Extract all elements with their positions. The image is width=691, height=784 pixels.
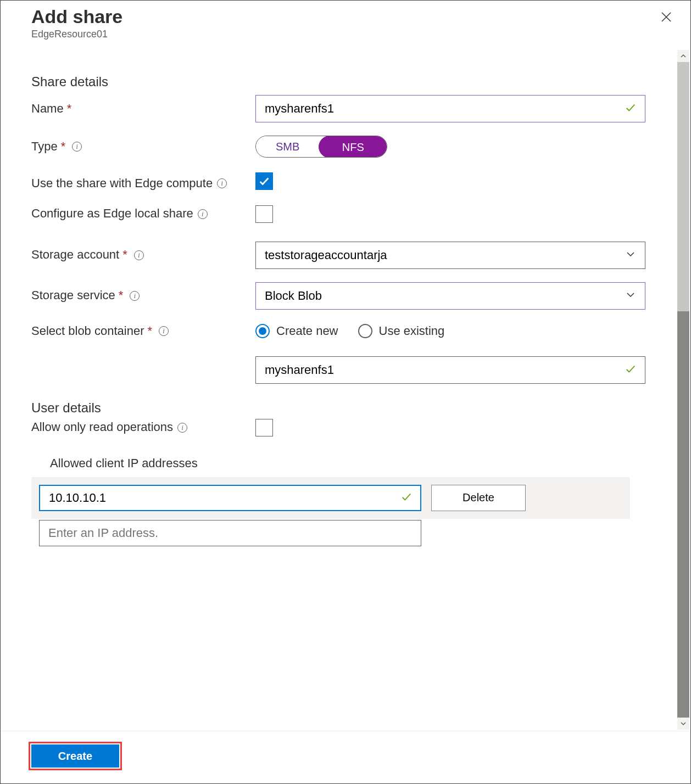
- label-read-only: Allow only read operations: [31, 419, 173, 436]
- required-marker: *: [122, 247, 127, 264]
- info-icon[interactable]: i: [198, 209, 208, 219]
- row-blob-container-name: [31, 356, 645, 384]
- info-icon[interactable]: i: [72, 142, 82, 152]
- close-icon: [660, 10, 673, 24]
- type-option-smb[interactable]: SMB: [256, 136, 319, 157]
- blob-container-name-input[interactable]: [255, 356, 645, 384]
- delete-ip-button[interactable]: Delete: [431, 485, 526, 511]
- section-share-details: Share details: [31, 74, 645, 89]
- label-name: Name: [31, 100, 64, 117]
- radio-label-create-new: Create new: [276, 324, 338, 338]
- radio-create-new[interactable]: Create new: [255, 324, 338, 338]
- edge-compute-checkbox[interactable]: [255, 172, 273, 190]
- storage-service-dropdown[interactable]: Block Blob: [255, 282, 645, 310]
- validation-check-icon: [625, 363, 637, 377]
- checkmark-icon: [258, 175, 270, 187]
- radio-icon: [358, 324, 372, 338]
- read-only-checkbox[interactable]: [255, 419, 273, 436]
- panel-header: Add share EdgeResource01: [1, 1, 690, 44]
- panel-footer: Create: [1, 731, 690, 783]
- required-marker: *: [67, 100, 72, 117]
- row-type: Type * i SMB NFS: [31, 136, 645, 158]
- validation-check-icon: [625, 102, 637, 116]
- panel-subtitle: EdgeResource01: [31, 29, 660, 40]
- row-name: Name *: [31, 95, 645, 122]
- ip-address-new-input[interactable]: [39, 520, 421, 546]
- scroll-down-arrow-icon[interactable]: [677, 718, 689, 730]
- scroll-thumb-lower[interactable]: [677, 311, 689, 718]
- info-icon[interactable]: i: [159, 326, 169, 336]
- row-read-only: Allow only read operations i: [31, 419, 645, 436]
- scroll-thumb[interactable]: [677, 62, 689, 311]
- type-option-nfs[interactable]: NFS: [319, 136, 388, 158]
- ip-address-input[interactable]: [39, 485, 421, 511]
- label-edge-compute: Use the share with Edge compute: [31, 175, 213, 192]
- name-input[interactable]: [255, 95, 645, 122]
- row-edge-compute: Use the share with Edge compute i: [31, 171, 645, 192]
- storage-account-dropdown[interactable]: teststorageaccountarja: [255, 242, 645, 269]
- validation-check-icon: [400, 491, 413, 505]
- required-marker: *: [119, 287, 124, 304]
- info-icon[interactable]: i: [217, 178, 227, 188]
- required-marker: *: [61, 138, 66, 155]
- row-blob-container: Select blob container * i Create new Use…: [31, 323, 645, 340]
- label-allowed-ip: Allowed client IP addresses: [50, 456, 645, 471]
- radio-label-use-existing: Use existing: [379, 324, 445, 338]
- ip-entry-row: Delete: [31, 477, 630, 519]
- scroll-track[interactable]: [677, 62, 689, 718]
- scroll-up-arrow-icon[interactable]: [677, 50, 689, 62]
- type-toggle: SMB NFS: [255, 136, 387, 158]
- vertical-scrollbar[interactable]: [677, 50, 689, 730]
- required-marker: *: [147, 323, 152, 340]
- chevron-down-icon: [626, 249, 636, 261]
- info-icon[interactable]: i: [130, 291, 140, 301]
- section-user-details: User details: [31, 400, 645, 416]
- create-button[interactable]: Create: [31, 744, 119, 768]
- radio-icon: [255, 324, 270, 338]
- label-edge-local: Configure as Edge local share: [31, 205, 193, 222]
- row-edge-local: Configure as Edge local share i: [31, 205, 645, 223]
- label-type: Type: [31, 138, 58, 155]
- label-blob-container: Select blob container: [31, 323, 144, 340]
- info-icon[interactable]: i: [177, 423, 187, 433]
- info-icon[interactable]: i: [134, 250, 144, 260]
- form-content: Share details Name * Type * i SMB NFS: [1, 50, 676, 730]
- chevron-down-icon: [626, 290, 636, 302]
- edge-local-checkbox[interactable]: [255, 205, 273, 223]
- label-storage-service: Storage service: [31, 287, 115, 304]
- close-button[interactable]: [660, 10, 677, 28]
- radio-use-existing[interactable]: Use existing: [358, 324, 445, 338]
- label-storage-account: Storage account: [31, 247, 119, 264]
- panel-title: Add share: [31, 6, 660, 27]
- row-storage-service: Storage service * i Block Blob: [31, 282, 645, 310]
- row-storage-account: Storage account * i teststorageaccountar…: [31, 242, 645, 269]
